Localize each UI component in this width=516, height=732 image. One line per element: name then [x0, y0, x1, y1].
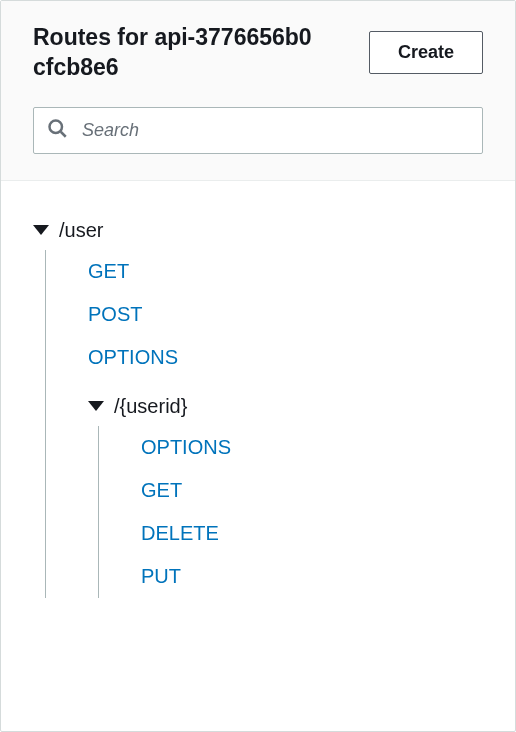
tree-node-user-row[interactable]: /user — [33, 211, 483, 250]
create-button[interactable]: Create — [369, 31, 483, 74]
route-method-options[interactable]: OPTIONS — [72, 336, 483, 379]
tree-node-userid: /{userid} OPTIONS GET DELETE PUT — [72, 379, 483, 598]
tree-children-userid: OPTIONS GET DELETE PUT — [98, 426, 483, 598]
route-method-post[interactable]: POST — [72, 293, 483, 336]
search-wrap — [33, 107, 483, 154]
routes-tree: /user GET POST OPTIONS /{userid} OPTIONS… — [1, 181, 515, 628]
caret-down-icon — [33, 225, 49, 235]
routes-panel: Routes for api-3776656b0cfcb8e6 Create /… — [0, 0, 516, 732]
panel-header: Routes for api-3776656b0cfcb8e6 Create — [1, 1, 515, 181]
route-method-put[interactable]: PUT — [125, 555, 483, 598]
route-method-get[interactable]: GET — [125, 469, 483, 512]
search-input[interactable] — [33, 107, 483, 154]
tree-node-userid-row[interactable]: /{userid} — [72, 387, 483, 426]
tree-children-user: GET POST OPTIONS /{userid} OPTIONS GET D… — [45, 250, 483, 598]
caret-down-icon — [88, 401, 104, 411]
tree-node-user: /user GET POST OPTIONS /{userid} OPTIONS… — [33, 211, 483, 598]
header-top-row: Routes for api-3776656b0cfcb8e6 Create — [33, 23, 483, 83]
route-method-delete[interactable]: DELETE — [125, 512, 483, 555]
tree-node-label: /{userid} — [114, 395, 187, 418]
page-title: Routes for api-3776656b0cfcb8e6 — [33, 23, 313, 83]
tree-node-label: /user — [59, 219, 103, 242]
route-method-options[interactable]: OPTIONS — [125, 426, 483, 469]
route-method-get[interactable]: GET — [72, 250, 483, 293]
